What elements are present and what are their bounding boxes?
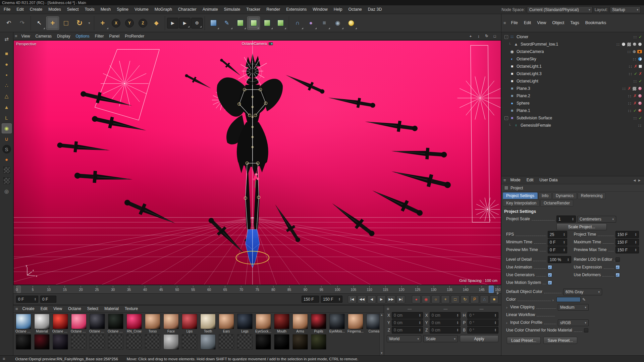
material-thumbnail[interactable] — [292, 314, 308, 329]
material-thumbnail[interactable] — [53, 334, 68, 350]
scale-project-button[interactable]: Scale Project... — [556, 223, 607, 230]
rotate-view-icon[interactable]: ↻ — [484, 34, 490, 39]
object-menu-view[interactable]: View — [534, 19, 549, 27]
disabled-cross-icon[interactable]: ✗ — [628, 86, 631, 91]
play-button[interactable]: ▶ — [377, 295, 386, 303]
default-object-color-dropdown[interactable]: 60% Gray▾ — [563, 289, 602, 295]
visibility-dots-icon[interactable]: :: — [638, 123, 642, 127]
menu-simulate[interactable]: Simulate — [221, 5, 244, 14]
render-settings-icon[interactable]: ⚙ — [191, 18, 203, 28]
use-animation-checkbox[interactable]: ✓ — [548, 265, 552, 269]
material-thumbnail[interactable] — [182, 334, 197, 350]
mograph-icon[interactable] — [234, 16, 247, 30]
material-tag-icon[interactable] — [638, 94, 642, 98]
use-expression-checkbox[interactable]: ✓ — [615, 265, 620, 269]
visibility-dots-icon[interactable]: :: — [616, 42, 620, 46]
visibility-dots-icon[interactable]: :: — [628, 50, 631, 54]
use-color-channel-checkbox[interactable] — [584, 328, 588, 333]
input-color-profile-dropdown[interactable]: sRGB▾ — [558, 319, 589, 326]
record-position-button[interactable]: + — [441, 295, 450, 303]
menu-animate[interactable]: Animate — [200, 5, 221, 14]
tab-info[interactable]: Info — [538, 192, 552, 199]
object-menu-object[interactable]: Object — [549, 19, 567, 27]
timeline-tick[interactable]: 85 — [287, 285, 291, 292]
view-clipping-dropdown[interactable]: Medium▾ — [558, 304, 589, 311]
workplane-mode-icon[interactable]: ▪ — [2, 70, 12, 80]
viewport-menu-prorender[interactable]: ProRender — [122, 34, 147, 39]
object-row-octanelight-1[interactable]: ■OctaneLight.1::✗ — [501, 63, 644, 70]
visibility-dots-icon[interactable]: :: — [633, 57, 637, 61]
paint-bucket-icon[interactable]: ● — [2, 154, 12, 164]
material-thumbnail[interactable] — [90, 314, 105, 329]
material-thumbnail[interactable] — [311, 314, 326, 329]
disabled-cross-icon[interactable]: ✗ — [639, 71, 642, 76]
timeline-tick[interactable]: 100 — [335, 285, 340, 292]
material-item[interactable]: Pupils — [311, 314, 327, 333]
deformer-icon[interactable]: ∩ — [291, 16, 304, 30]
material-tag-icon[interactable] — [622, 42, 626, 46]
use-deformers-checkbox[interactable]: ✓ — [615, 273, 620, 277]
coordinate-input[interactable]: 0 cm▲▼ — [392, 319, 423, 326]
coordinate-system-icon[interactable]: ◆ — [150, 16, 163, 30]
material-tag-icon[interactable] — [638, 42, 642, 46]
timeline-tick[interactable]: 5 — [32, 285, 34, 292]
material-item[interactable] — [89, 334, 105, 350]
material-menu-edit[interactable]: Edit — [38, 305, 51, 312]
expand-toggle-icon[interactable]: − — [504, 116, 508, 120]
material-item[interactable] — [237, 334, 253, 350]
material-item[interactable] — [181, 334, 198, 350]
timeline-tick[interactable]: 0 — [16, 285, 18, 292]
material-thumbnail[interactable] — [108, 334, 123, 350]
attribute-menu-user-data[interactable]: User Data — [536, 176, 560, 184]
material-thumbnail[interactable] — [71, 334, 87, 350]
light-tag-icon[interactable] — [639, 65, 642, 68]
coordinate-input[interactable]: 0 cm▲▼ — [430, 327, 461, 334]
material-item[interactable] — [52, 334, 68, 350]
object-row-plane-3[interactable]: ■Plane.3::✗ — [501, 85, 644, 92]
material-item[interactable] — [145, 334, 161, 350]
material-thumbnail[interactable] — [145, 314, 160, 329]
disabled-cross-icon[interactable]: ✗ — [634, 64, 637, 69]
enabled-check-icon[interactable]: ✓ — [634, 71, 637, 76]
simulate-icon[interactable] — [261, 16, 273, 30]
history-forward-icon[interactable]: ▶ — [638, 179, 641, 182]
convert-object-icon[interactable]: ⇄ — [2, 34, 12, 44]
go-to-end-button[interactable]: ▶| — [396, 295, 405, 303]
material-thumbnail[interactable] — [348, 314, 363, 329]
material-thumbnail[interactable] — [90, 334, 105, 350]
input-profile-chevron-icon[interactable]: › — [506, 321, 509, 325]
preview-max-input[interactable]: 150 F ▲▼ — [615, 246, 639, 253]
timeline-tick[interactable]: 10 — [47, 285, 51, 292]
material-menu-create[interactable]: Create — [19, 305, 38, 312]
material-item[interactable]: EyeSock... — [255, 314, 271, 333]
timeline-tick[interactable]: 50 — [175, 285, 179, 292]
stage-icon[interactable]: ◉ — [331, 16, 344, 30]
material-thumbnail[interactable] — [256, 314, 271, 329]
material-item[interactable]: Octane M... — [71, 314, 87, 333]
snap-magnet-icon[interactable]: ∪ — [2, 134, 12, 144]
material-item[interactable]: RN_Crow — [126, 314, 142, 333]
menu-modes[interactable]: Modes — [45, 5, 64, 14]
object-row-cloner[interactable]: −∷Cloner::✓ — [501, 33, 644, 41]
color-picker-icon[interactable]: ✎ — [582, 297, 586, 302]
coordinate-input[interactable]: 0 cm▲▼ — [430, 319, 461, 326]
material-menu-octane[interactable]: Octane — [65, 305, 84, 312]
object-row-genesis8female[interactable]: └♀Genesis8Female:: — [501, 122, 644, 129]
coordinate-input[interactable]: 0 °▲▼ — [467, 327, 498, 334]
tab-project-settings[interactable]: Project Settings — [503, 192, 538, 199]
timeline-tick[interactable]: 45 — [159, 285, 163, 292]
timeline-tick[interactable]: 90 — [304, 285, 307, 292]
previous-frame-button[interactable]: ◀ — [367, 295, 376, 303]
render-picture-viewer-icon[interactable]: ▶ — [179, 18, 191, 28]
points-mode-icon[interactable]: ∴ — [2, 80, 12, 90]
primitive-cube-icon[interactable] — [207, 16, 220, 30]
material-thumbnail[interactable] — [53, 314, 68, 329]
timeline-tick[interactable]: 150 F — [495, 285, 501, 295]
texture-tag-icon[interactable] — [632, 86, 637, 91]
material-menu-view[interactable]: View — [50, 305, 65, 312]
object-menu-edit[interactable]: Edit — [521, 19, 534, 27]
menu-tracker[interactable]: Tracker — [243, 5, 263, 14]
timeline-tick[interactable]: 95 — [320, 285, 323, 292]
tab-octanerender[interactable]: OctaneRender — [540, 200, 573, 206]
sky-tag-icon[interactable] — [638, 57, 642, 61]
